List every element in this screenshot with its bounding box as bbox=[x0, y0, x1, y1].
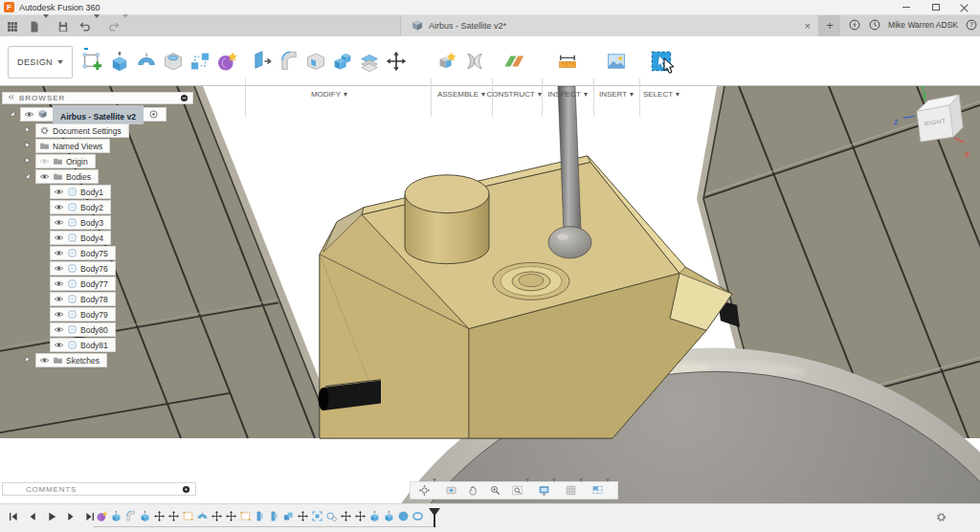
browser-row-body[interactable]: Body4 bbox=[50, 231, 111, 245]
group-construct-label[interactable]: CONSTRUCT bbox=[502, 90, 525, 99]
group-modify-label[interactable]: MODIFY bbox=[251, 90, 408, 99]
quick-access-button[interactable] bbox=[56, 20, 71, 33]
browser-row-body[interactable]: Body1 bbox=[50, 185, 111, 199]
expand-triangle-icon[interactable] bbox=[23, 125, 33, 136]
move-icon[interactable] bbox=[153, 510, 166, 522]
browser-row-body[interactable]: Body75 bbox=[50, 246, 116, 260]
browser-row-body[interactable]: Body79 bbox=[50, 307, 116, 321]
extrude-icon[interactable] bbox=[383, 510, 395, 522]
extrude-icon[interactable] bbox=[368, 510, 381, 522]
visibility-eye-icon[interactable] bbox=[54, 309, 64, 320]
expand-triangle-icon[interactable] bbox=[8, 109, 18, 120]
nav-tool[interactable] bbox=[464, 484, 483, 497]
extrude-icon[interactable] bbox=[108, 50, 131, 73]
browser-header[interactable]: BROWSER bbox=[2, 92, 193, 104]
visibility-eye-icon[interactable] bbox=[39, 156, 50, 166]
browser-row-body[interactable]: Body80 bbox=[50, 322, 116, 337]
browser-row-bodies[interactable]: Bodies bbox=[23, 169, 99, 184]
browser-row-origin[interactable]: Origin bbox=[23, 154, 96, 168]
revolve-icon[interactable] bbox=[135, 50, 158, 73]
document-tab-close-icon[interactable]: × bbox=[805, 16, 811, 35]
visibility-eye-icon[interactable] bbox=[54, 263, 64, 274]
activate-component-icon[interactable] bbox=[148, 109, 159, 120]
browser-row-body[interactable]: Body2 bbox=[50, 200, 111, 214]
quick-access-button[interactable] bbox=[107, 18, 128, 35]
group-inspect-label[interactable]: INSPECT bbox=[556, 90, 579, 99]
combine-icon[interactable] bbox=[331, 50, 354, 73]
combine-tl-icon[interactable] bbox=[282, 510, 295, 522]
offset-face-icon[interactable] bbox=[358, 50, 381, 73]
step-back-icon[interactable] bbox=[27, 511, 38, 522]
workspace-selector[interactable]: DESIGN bbox=[8, 46, 73, 78]
pattern-icon[interactable] bbox=[189, 50, 212, 73]
visibility-eye-icon[interactable] bbox=[39, 355, 50, 366]
skip-end-icon[interactable] bbox=[84, 511, 96, 522]
nav-tool[interactable] bbox=[415, 482, 439, 499]
ring-detail[interactable] bbox=[493, 262, 569, 299]
form-icon[interactable] bbox=[96, 510, 108, 522]
revolve-icon[interactable] bbox=[196, 510, 209, 522]
thicken-icon[interactable] bbox=[254, 510, 266, 522]
expand-triangle-icon[interactable] bbox=[23, 171, 33, 182]
document-tab[interactable]: Airbus - Satellite v2* × bbox=[400, 15, 819, 36]
viewport-3d[interactable] bbox=[0, 86, 980, 503]
expand-triangle-icon[interactable] bbox=[23, 355, 33, 366]
move-icon[interactable] bbox=[354, 510, 367, 522]
ribbon-tab[interactable] bbox=[121, 36, 124, 50]
panel-options-icon[interactable] bbox=[179, 93, 189, 103]
visibility-eye-icon[interactable] bbox=[54, 202, 64, 212]
create-sketch-icon[interactable] bbox=[81, 50, 104, 73]
account-user-name[interactable]: Mike Warren ADSK bbox=[888, 20, 958, 30]
nav-tool[interactable] bbox=[508, 482, 532, 499]
visibility-eye-icon[interactable] bbox=[54, 233, 64, 243]
browser-row-body[interactable]: Body3 bbox=[50, 215, 111, 230]
notifications-icon[interactable] bbox=[868, 18, 881, 32]
move-icon[interactable] bbox=[385, 50, 408, 73]
extensions-icon[interactable] bbox=[848, 18, 861, 32]
sketch-icon[interactable] bbox=[182, 510, 194, 522]
move-icon[interactable] bbox=[167, 510, 180, 522]
nav-tool[interactable] bbox=[442, 484, 461, 497]
quick-access-button[interactable] bbox=[6, 20, 20, 33]
fillet-icon[interactable] bbox=[278, 50, 301, 73]
browser-root-row[interactable]: Airbus - Satellite v2 bbox=[8, 107, 167, 122]
expand-triangle-icon[interactable] bbox=[23, 156, 33, 166]
thicken-icon[interactable] bbox=[268, 510, 280, 522]
extrude-icon[interactable] bbox=[110, 510, 122, 522]
browser-row-named-views[interactable]: Named Views bbox=[23, 139, 110, 153]
shell-icon[interactable] bbox=[304, 50, 327, 73]
minimize-button[interactable] bbox=[892, 0, 921, 14]
move-icon[interactable] bbox=[340, 510, 352, 522]
mirror-icon[interactable] bbox=[325, 510, 338, 522]
timeline-settings-gear-icon[interactable] bbox=[935, 511, 947, 523]
quick-access-button[interactable] bbox=[28, 18, 49, 35]
sketch-icon[interactable] bbox=[239, 510, 252, 522]
maximize-button[interactable] bbox=[922, 0, 950, 14]
ribbon-tab[interactable] bbox=[193, 36, 197, 50]
ribbon-tab[interactable] bbox=[84, 36, 88, 50]
browser-row-document-settings[interactable]: Document Settings bbox=[23, 123, 129, 138]
nav-tool[interactable] bbox=[486, 484, 505, 497]
construct-plane-icon[interactable] bbox=[502, 50, 525, 73]
close-button[interactable] bbox=[949, 0, 978, 14]
extrude-icon[interactable] bbox=[139, 510, 151, 522]
quick-access-button[interactable] bbox=[78, 18, 100, 35]
top-cylinder[interactable] bbox=[405, 175, 489, 264]
group-insert-label[interactable]: INSERT bbox=[605, 90, 628, 99]
form-icon[interactable] bbox=[215, 50, 238, 73]
sphere-icon[interactable] bbox=[397, 510, 410, 522]
play-icon[interactable] bbox=[46, 511, 57, 522]
skip-start-icon[interactable] bbox=[8, 511, 19, 522]
group-assemble-label[interactable]: ASSEMBLE bbox=[436, 90, 486, 99]
visibility-eye-icon[interactable] bbox=[54, 294, 64, 304]
group-select-label[interactable]: SELECT bbox=[650, 90, 673, 99]
visibility-eye-icon[interactable] bbox=[54, 187, 64, 197]
browser-row-body[interactable]: Body78 bbox=[50, 292, 116, 306]
nav-tool[interactable] bbox=[589, 482, 612, 499]
timeline-position-marker[interactable] bbox=[428, 507, 441, 528]
browser-row-sketches[interactable]: Sketches bbox=[23, 353, 107, 367]
pattern-tl-icon[interactable] bbox=[311, 510, 323, 522]
move-icon[interactable] bbox=[211, 510, 223, 522]
browser-row-body[interactable]: Body76 bbox=[50, 261, 116, 276]
visibility-eye-icon[interactable] bbox=[54, 248, 64, 258]
